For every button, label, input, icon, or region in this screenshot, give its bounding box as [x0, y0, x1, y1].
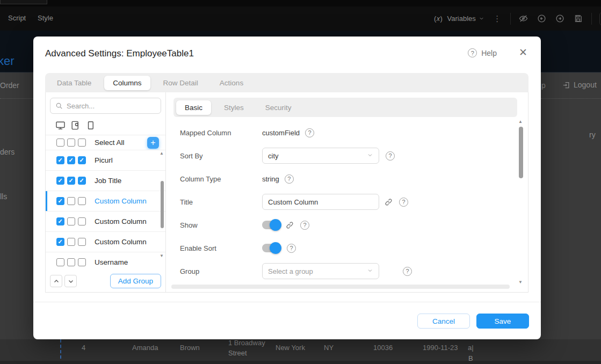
list-scrollbar[interactable]: ▲ ▼ [158, 151, 165, 258]
tab-security[interactable]: Security [257, 100, 300, 115]
checkbox-desktop[interactable] [56, 177, 64, 185]
table-cell-city: New York [276, 344, 305, 352]
field-show: Show ? [180, 217, 503, 233]
checkbox-mobile[interactable] [78, 177, 86, 185]
sort-by-select[interactable]: city [262, 148, 379, 164]
question-icon[interactable]: ? [386, 151, 395, 161]
checkbox-mobile[interactable] [78, 238, 86, 246]
undo-icon[interactable] [537, 13, 547, 24]
checkbox-mobile[interactable] [78, 197, 86, 205]
editor-toolbar: Script Style (𝑥) Variables ⋮ — 10 [0, 6, 601, 31]
tab-style[interactable]: Style [38, 14, 53, 22]
column-row-job-title[interactable]: Job Title [46, 170, 165, 191]
add-group-button[interactable]: Add Group [110, 274, 161, 288]
table-cell-address1: 1 Broadway [228, 339, 265, 347]
checkbox-tablet[interactable] [67, 238, 75, 246]
divider [541, 98, 601, 99]
redo-icon[interactable] [555, 13, 566, 24]
group-select[interactable]: Select a group [262, 263, 379, 279]
checkbox-tablet[interactable] [67, 139, 75, 147]
checkbox-tablet[interactable] [67, 258, 75, 266]
add-column-button[interactable]: + [147, 137, 159, 149]
tab-data-table[interactable]: Data Table [48, 76, 100, 90]
chevron-down-icon [479, 16, 484, 21]
select-all-row[interactable]: Select All + [46, 135, 165, 150]
link-binding-icon[interactable] [385, 198, 393, 206]
settings-tabbar: Basic Styles Security [173, 98, 517, 117]
scrollbar-thumb[interactable] [161, 181, 164, 228]
list-footer: Add Group [50, 274, 161, 288]
column-row-custom[interactable]: Custom Column [46, 211, 165, 231]
toggle-knob [270, 242, 281, 254]
enable-sort-toggle[interactable] [262, 244, 280, 252]
checkbox-desktop[interactable] [56, 238, 64, 246]
desktop-icon[interactable] [55, 120, 66, 130]
chevron-down-icon [367, 152, 373, 160]
question-icon[interactable]: ? [305, 128, 314, 137]
settings-scrollbar[interactable]: ▲ ▼ [517, 119, 524, 285]
toolbar-divider [510, 13, 511, 25]
question-icon[interactable]: ? [285, 174, 294, 184]
modal-tabbar: Data Table Columns Row Detail Actions [45, 73, 528, 92]
checkbox-tablet[interactable] [67, 177, 75, 185]
column-row-custom[interactable]: Custom Column [46, 231, 165, 252]
help-button[interactable]: ? Help [468, 48, 497, 57]
tab-row-detail[interactable]: Row Detail [155, 76, 207, 90]
tab-actions[interactable]: Actions [211, 76, 252, 90]
editor-top-strip [0, 0, 601, 6]
move-up-button[interactable] [50, 275, 62, 287]
table-cell-dob: 1990-11-23 [423, 344, 458, 352]
column-row-picurl[interactable]: Picurl [46, 150, 165, 170]
close-icon[interactable]: ✕ [519, 47, 527, 57]
link-binding-icon[interactable] [286, 221, 294, 229]
checkbox-mobile[interactable] [78, 258, 86, 266]
modal-header: Advanced Settings: EmployeeTable1 ? Help… [33, 37, 541, 70]
question-icon[interactable]: ? [403, 267, 412, 276]
checkbox-tablet[interactable] [67, 197, 75, 205]
variables-dropdown[interactable]: (𝑥) Variables [434, 14, 484, 23]
checkbox-desktop[interactable] [56, 156, 64, 164]
search-input[interactable] [67, 102, 156, 110]
scroll-up-icon[interactable]: ▲ [158, 151, 165, 156]
mobile-icon[interactable] [85, 120, 96, 130]
nav-fragment: p [541, 81, 546, 90]
column-label: Custom Column [95, 217, 147, 225]
checkbox-mobile[interactable] [78, 156, 86, 164]
question-icon[interactable]: ? [300, 221, 309, 230]
checkbox-mobile[interactable] [78, 139, 86, 147]
logout-button[interactable]: Logout [562, 81, 597, 89]
tablet-icon[interactable] [70, 120, 81, 130]
scroll-up-icon[interactable]: ▲ [517, 119, 524, 124]
hide-preview-icon[interactable] [518, 13, 529, 24]
nav-fragment: lls [0, 192, 7, 201]
tab-styles[interactable]: Styles [215, 100, 252, 115]
tab-columns[interactable]: Columns [104, 76, 150, 90]
checkbox-mobile[interactable] [78, 217, 86, 225]
tab-basic[interactable]: Basic [176, 100, 211, 115]
cancel-button[interactable]: Cancel [417, 314, 470, 329]
question-icon[interactable]: ? [399, 198, 408, 207]
scrollbar-thumb[interactable] [519, 127, 523, 178]
checkbox-desktop[interactable] [56, 139, 64, 147]
checkbox-tablet[interactable] [67, 217, 75, 225]
scroll-down-icon[interactable]: ▼ [517, 280, 524, 285]
column-row-username[interactable]: Username [46, 252, 165, 272]
checkbox-desktop[interactable] [56, 258, 64, 266]
title-input[interactable] [262, 194, 379, 210]
save-icon[interactable] [573, 13, 584, 24]
table-cell-last: Brown [180, 344, 200, 352]
tab-script[interactable]: Script [8, 14, 26, 22]
question-icon[interactable]: ? [287, 244, 296, 253]
search-box[interactable] [50, 98, 161, 114]
checkbox-desktop[interactable] [56, 217, 64, 225]
save-button[interactable]: Save [476, 314, 529, 329]
move-down-button[interactable] [64, 275, 77, 287]
kebab-menu-icon[interactable]: ⋮ [492, 13, 503, 24]
nav-fragment: Order [0, 81, 19, 90]
horizontal-scrollbar[interactable] [171, 285, 510, 289]
checkbox-desktop[interactable] [56, 197, 64, 205]
show-toggle[interactable] [262, 221, 280, 229]
column-row-custom-selected[interactable]: Custom Column [46, 191, 165, 211]
scroll-down-icon[interactable]: ▼ [158, 253, 165, 258]
checkbox-tablet[interactable] [67, 156, 75, 164]
